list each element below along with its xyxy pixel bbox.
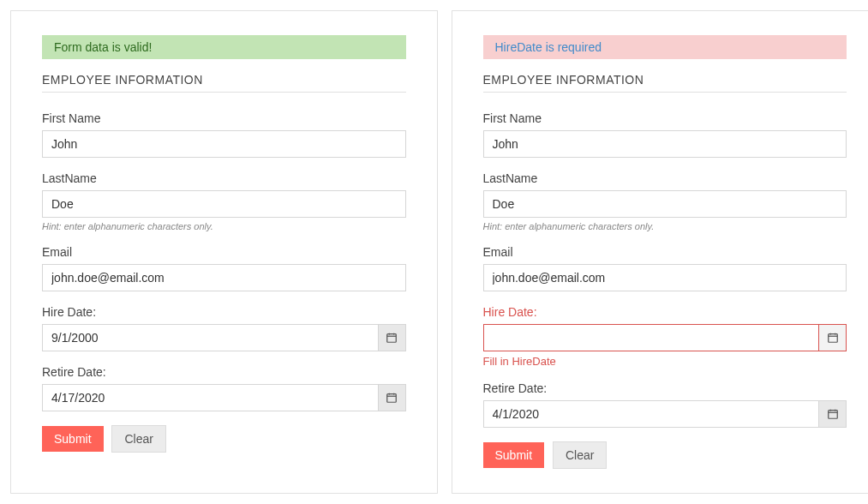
last-name-label: LastName: [42, 171, 406, 185]
last-name-hint: Hint: enter alphanumeric characters only…: [483, 221, 847, 231]
hire-date-picker-button[interactable]: [378, 325, 405, 351]
svg-rect-8: [828, 334, 837, 343]
hire-date-error: Fill in HireDate: [483, 355, 847, 368]
retire-date-label: Retire Date:: [42, 365, 406, 379]
calendar-icon: [827, 408, 839, 420]
svg-rect-12: [828, 411, 837, 419]
retire-date-wrap: [483, 400, 847, 428]
hire-date-field: Hire Date: Fill in HireDate: [483, 305, 847, 368]
last-name-field: LastName Hint: enter alphanumeric charac…: [483, 171, 847, 231]
employee-form-invalid: HireDate is required EMPLOYEE INFORMATIO…: [452, 10, 869, 494]
retire-date-field: Retire Date:: [42, 365, 406, 411]
email-input[interactable]: [483, 264, 847, 291]
form-buttons: Submit Clear: [42, 425, 406, 453]
svg-rect-0: [387, 334, 397, 343]
last-name-input[interactable]: [483, 190, 847, 218]
retire-date-input[interactable]: [484, 401, 819, 427]
last-name-label: LastName: [483, 171, 847, 185]
first-name-field: First Name: [483, 111, 847, 158]
email-field: Email: [483, 245, 847, 291]
form-comparison-container: Form data is valid! EMPLOYEE INFORMATION…: [10, 10, 868, 494]
hire-date-field: Hire Date:: [42, 305, 406, 351]
form-buttons: Submit Clear: [483, 441, 847, 469]
clear-button[interactable]: Clear: [111, 425, 165, 453]
section-title: EMPLOYEE INFORMATION: [483, 73, 847, 93]
submit-button[interactable]: Submit: [42, 426, 104, 452]
validation-banner-error: HireDate is required: [483, 35, 847, 59]
hire-date-wrap: [483, 324, 847, 351]
retire-date-input[interactable]: [43, 385, 378, 411]
first-name-input[interactable]: [42, 130, 406, 158]
calendar-icon: [386, 332, 398, 344]
email-label: Email: [483, 245, 847, 259]
svg-rect-4: [387, 394, 397, 403]
submit-button[interactable]: Submit: [483, 442, 545, 468]
first-name-label: First Name: [42, 111, 406, 125]
hire-date-label: Hire Date:: [483, 305, 847, 319]
retire-date-picker-button[interactable]: [818, 401, 846, 427]
clear-button[interactable]: Clear: [553, 441, 607, 469]
hire-date-input[interactable]: [484, 325, 819, 351]
retire-date-wrap: [42, 384, 406, 411]
hire-date-input[interactable]: [43, 325, 378, 351]
first-name-field: First Name: [42, 111, 406, 158]
calendar-icon: [827, 332, 839, 344]
email-label: Email: [42, 245, 406, 259]
retire-date-field: Retire Date:: [483, 381, 847, 428]
retire-date-label: Retire Date:: [483, 381, 847, 395]
validation-banner-success: Form data is valid!: [42, 35, 406, 59]
first-name-label: First Name: [483, 111, 847, 125]
retire-date-picker-button[interactable]: [378, 385, 405, 411]
first-name-input[interactable]: [483, 130, 847, 158]
last-name-input[interactable]: [42, 190, 406, 218]
employee-form-valid: Form data is valid! EMPLOYEE INFORMATION…: [10, 10, 438, 494]
email-field: Email: [42, 245, 406, 291]
hire-date-wrap: [42, 324, 406, 351]
hire-date-picker-button[interactable]: [818, 325, 846, 351]
calendar-icon: [386, 392, 398, 404]
section-title: EMPLOYEE INFORMATION: [42, 73, 406, 93]
last-name-hint: Hint: enter alphanumeric characters only…: [42, 221, 406, 231]
email-input[interactable]: [42, 264, 406, 291]
last-name-field: LastName Hint: enter alphanumeric charac…: [42, 171, 406, 231]
hire-date-label: Hire Date:: [42, 305, 406, 319]
